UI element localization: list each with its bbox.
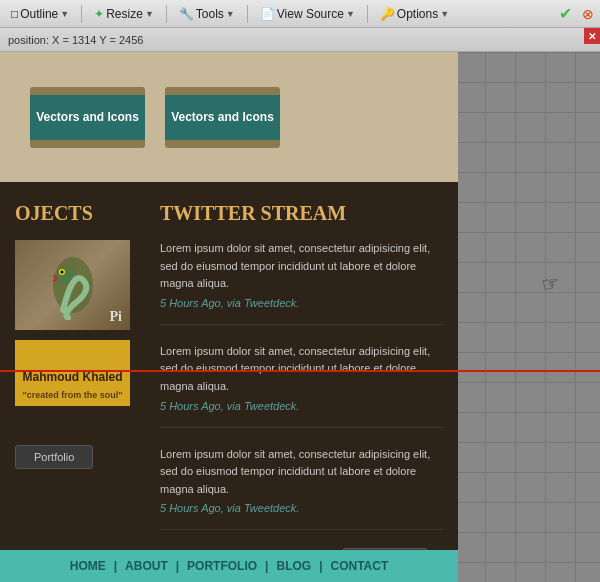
sep3 <box>247 5 248 23</box>
resize-label: Resize <box>106 7 143 21</box>
resize-icon: ✦ <box>94 7 104 21</box>
tools-menu[interactable]: 🔧 Tools ▼ <box>174 5 240 23</box>
nav-contact[interactable]: CONTACT <box>323 559 397 573</box>
position-bar: position: X = 1314 Y = 2456 ✕ <box>0 28 600 52</box>
card-2-label: Vectors and Icons <box>171 110 274 124</box>
website-area: Vectors and Icons Vectors and Icons OJEC… <box>0 52 458 582</box>
project-image-2: Mahmoud Khaled "created from the soul" <box>15 340 130 430</box>
toolbar: □ Outline ▼ ✦ Resize ▼ 🔧 Tools ▼ 📄 View … <box>0 0 600 28</box>
position-text: position: X = 1314 Y = 2456 <box>8 34 143 46</box>
scroll-bottom-1 <box>30 140 145 148</box>
tweet-1-time: 5 Hours Ago, via Tweetdeck. <box>160 297 443 309</box>
outline-label: Outline <box>20 7 58 21</box>
scroll-top-1 <box>30 87 145 95</box>
tweet-1: Lorem ipsum dolor sit amet, consectetur … <box>160 240 443 325</box>
tweet-1-text: Lorem ipsum dolor sit amet, consectetur … <box>160 240 443 293</box>
options-chevron: ▼ <box>440 9 449 19</box>
project2-subtitle: "created from the soul" <box>20 390 125 402</box>
card-2[interactable]: Vectors and Icons <box>165 95 280 140</box>
nav-blog[interactable]: BLOG <box>268 559 319 573</box>
portfolio-button[interactable]: Portfolio <box>15 445 93 469</box>
projects-title: OJECTS <box>15 202 130 225</box>
tools-label: Tools <box>196 7 224 21</box>
scroll-top-2 <box>165 87 280 95</box>
tools-chevron: ▼ <box>226 9 235 19</box>
project-image-1: Pi <box>15 240 130 330</box>
warning-icon: ⊗ <box>582 6 594 22</box>
tools-icon: 🔧 <box>179 7 194 21</box>
cursor-pointer: ☞ <box>540 271 562 298</box>
main-area: Vectors and Icons Vectors and Icons OJEC… <box>0 52 600 582</box>
tweet-3-text: Lorem ipsum dolor sit amet, consectetur … <box>160 446 443 499</box>
project2-name: Mahmoud Khaled <box>20 370 125 386</box>
resize-chevron: ▼ <box>145 9 154 19</box>
tweet-3-time: 5 Hours Ago, via Tweetdeck. <box>160 502 443 514</box>
scroll-bottom-2 <box>165 140 280 148</box>
twitter-title: TWITTER STREAM <box>160 202 443 225</box>
sep2 <box>166 5 167 23</box>
tweet-2-time: 5 Hours Ago, via Tweetdeck. <box>160 400 443 412</box>
card-1-label: Vectors and Icons <box>36 110 139 124</box>
resize-menu[interactable]: ✦ Resize ▼ <box>89 5 159 23</box>
svg-point-3 <box>60 271 63 274</box>
snake-svg <box>43 250 103 320</box>
outline-menu[interactable]: □ Outline ▼ <box>6 5 74 23</box>
twitter-column: TWITTER STREAM Lorem ipsum dolor sit ame… <box>145 202 458 572</box>
nav-portfolio[interactable]: PORTFOLIO <box>179 559 265 573</box>
content-section: OJECTS Pi <box>0 182 458 572</box>
viewsource-menu[interactable]: 📄 View Source ▼ <box>255 5 360 23</box>
viewsource-chevron: ▼ <box>346 9 355 19</box>
card-1[interactable]: Vectors and Icons <box>30 95 145 140</box>
close-button[interactable]: ✕ <box>584 28 600 44</box>
sep4 <box>367 5 368 23</box>
outline-icon: □ <box>11 7 18 21</box>
check-icon: ✔ <box>559 4 572 23</box>
tweet-2: Lorem ipsum dolor sit amet, consectetur … <box>160 343 443 428</box>
cards-section: Vectors and Icons Vectors and Icons <box>0 52 458 182</box>
options-menu[interactable]: 🔑 Options ▼ <box>375 5 454 23</box>
nav-about[interactable]: ABOUT <box>117 559 176 573</box>
nav-home[interactable]: HOME <box>62 559 114 573</box>
tweet-3: Lorem ipsum dolor sit amet, consectetur … <box>160 446 443 531</box>
viewsource-label: View Source <box>277 7 344 21</box>
options-label: Options <box>397 7 438 21</box>
sep1 <box>81 5 82 23</box>
viewsource-icon: 📄 <box>260 7 275 21</box>
options-icon: 🔑 <box>380 7 395 21</box>
grid-overlay <box>455 52 600 582</box>
svg-point-1 <box>57 267 73 283</box>
red-guide-line <box>0 370 600 372</box>
footer-nav: HOME | ABOUT | PORTFOLIO | BLOG | CONTAC… <box>0 550 458 582</box>
projects-column: OJECTS Pi <box>0 202 145 572</box>
outline-chevron: ▼ <box>60 9 69 19</box>
